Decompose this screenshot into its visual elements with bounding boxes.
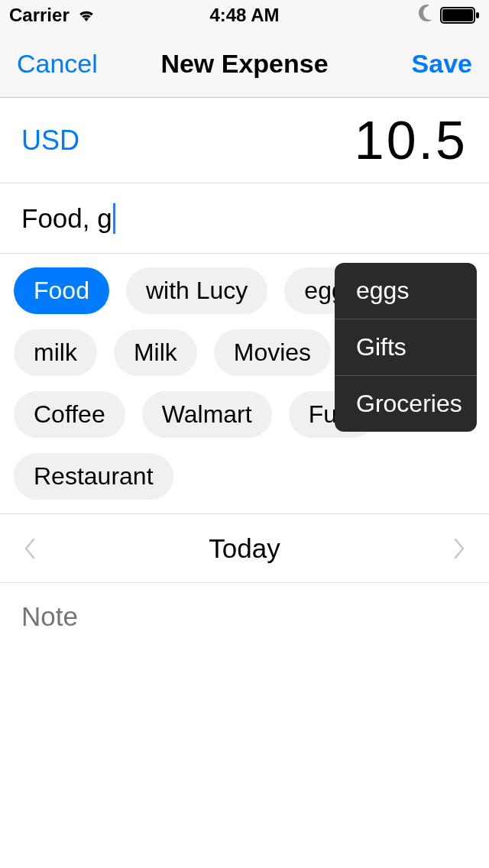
battery-icon bbox=[440, 7, 480, 24]
description-row[interactable]: Food, g bbox=[0, 183, 489, 254]
autocomplete-popup: eggs Gifts Groceries bbox=[335, 263, 477, 432]
status-bar: Carrier 4:48 AM bbox=[0, 0, 489, 31]
svg-rect-2 bbox=[476, 12, 479, 18]
save-button[interactable]: Save bbox=[412, 49, 472, 79]
page-title: New Expense bbox=[160, 49, 328, 79]
tag-with-lucy[interactable]: with Lucy bbox=[126, 267, 267, 314]
suggestion-item[interactable]: Groceries bbox=[335, 376, 477, 432]
status-left: Carrier bbox=[9, 5, 97, 26]
suggestion-item[interactable]: eggs bbox=[335, 263, 477, 319]
description-input[interactable]: Food, g bbox=[21, 203, 115, 234]
amount-value[interactable]: 10.5 bbox=[355, 110, 468, 171]
tag-milk[interactable]: Milk bbox=[114, 329, 197, 376]
date-row: Today bbox=[0, 514, 489, 583]
carrier-label: Carrier bbox=[9, 5, 70, 26]
status-time: 4:48 AM bbox=[209, 5, 279, 26]
date-next-button[interactable] bbox=[452, 536, 466, 561]
description-value: Food, g bbox=[21, 203, 112, 234]
do-not-disturb-icon bbox=[417, 5, 434, 26]
chevron-right-icon bbox=[452, 536, 466, 561]
note-input[interactable] bbox=[21, 601, 468, 632]
date-prev-button[interactable] bbox=[23, 536, 37, 561]
tag-coffee[interactable]: Coffee bbox=[14, 391, 125, 438]
tag-milk2[interactable]: milk bbox=[14, 329, 97, 376]
tag-walmart[interactable]: Walmart bbox=[142, 391, 272, 438]
nav-header: Cancel New Expense Save bbox=[0, 31, 489, 98]
tag-movies[interactable]: Movies bbox=[214, 329, 331, 376]
amount-row[interactable]: USD 10.5 bbox=[0, 98, 489, 183]
tag-food[interactable]: Food bbox=[14, 267, 109, 314]
note-row[interactable] bbox=[0, 583, 489, 650]
wifi-icon bbox=[76, 8, 97, 23]
status-right bbox=[417, 5, 480, 26]
suggestion-item[interactable]: Gifts bbox=[335, 319, 477, 376]
text-cursor bbox=[113, 203, 115, 234]
chevron-left-icon bbox=[23, 536, 37, 561]
svg-rect-1 bbox=[442, 9, 473, 21]
cancel-button[interactable]: Cancel bbox=[17, 49, 98, 79]
date-label[interactable]: Today bbox=[209, 533, 280, 564]
currency-label[interactable]: USD bbox=[21, 125, 79, 157]
tag-restaurant[interactable]: Restaurant bbox=[14, 453, 173, 500]
